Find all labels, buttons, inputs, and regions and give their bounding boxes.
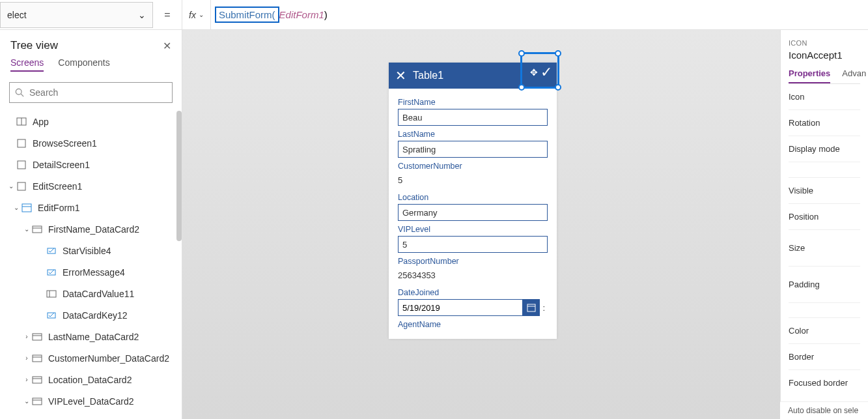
- field-label: PassportNumber: [398, 257, 548, 266]
- tree-item-browse[interactable]: BrowseScreen1: [0, 132, 182, 154]
- canvas-area[interactable]: ✕ Table1 ✓ ✥ FirstName Beau LastName Spr…: [182, 30, 780, 419]
- svg-rect-18: [33, 355, 42, 362]
- prop-row-color[interactable]: Color: [789, 318, 860, 344]
- tab-screens[interactable]: Screens: [10, 57, 44, 72]
- prop-row-icon[interactable]: Icon: [789, 84, 860, 110]
- prop-footer[interactable]: Auto disable on sele: [780, 401, 868, 419]
- property-dropdown[interactable]: elect ⌄: [0, 2, 153, 28]
- prop-row-border[interactable]: Border: [789, 344, 860, 370]
- tab-components[interactable]: Components: [58, 57, 109, 72]
- prop-category: ICON: [789, 39, 860, 47]
- svg-rect-9: [33, 226, 42, 233]
- chevron-down-icon: ⌄: [12, 204, 21, 211]
- equals-sign: =: [153, 9, 182, 21]
- tab-properties[interactable]: Properties: [789, 68, 830, 83]
- vip-input[interactable]: 5: [398, 236, 548, 253]
- field-label: FirstName: [398, 98, 548, 107]
- formula-argument: EditForm1: [279, 9, 324, 20]
- location-input[interactable]: Germany: [398, 204, 548, 221]
- resize-handle[interactable]: [518, 84, 525, 91]
- tree-label: ErrorMessage4: [63, 267, 125, 278]
- chevron-right-icon: ›: [22, 333, 31, 340]
- tree-item-fncard[interactable]: ⌄ FirstName_DataCard2: [0, 218, 182, 240]
- chevron-down-icon: ⌄: [199, 11, 204, 18]
- field-label: CustomerNumber: [398, 162, 548, 171]
- search-icon: [15, 88, 24, 97]
- tree-list: App BrowseScreen1 DetailScreen1 ⌄ EditSc…: [0, 111, 182, 419]
- tree-item-editform[interactable]: ⌄ EditForm1: [0, 197, 182, 218]
- close-icon[interactable]: ✕: [395, 68, 406, 83]
- tree-label: EditForm1: [38, 203, 80, 213]
- tree-label: CustomerNumber_DataCard2: [48, 353, 169, 364]
- resize-handle[interactable]: [518, 50, 525, 57]
- tree-item-app[interactable]: App: [0, 111, 182, 132]
- svg-rect-16: [33, 334, 42, 340]
- tree-item-vipcard[interactable]: ⌄ VIPLevel_DataCard2: [0, 390, 182, 412]
- prop-row-visible[interactable]: Visible: [789, 178, 860, 204]
- datejoined-input[interactable]: 5/19/2019 :: [398, 299, 548, 316]
- tree-item-lncard[interactable]: › LastName_DataCard2: [0, 326, 182, 347]
- tree-label: LastName_DataCard2: [48, 332, 139, 342]
- tree-item-loccard[interactable]: › Location_DataCard2: [0, 369, 182, 390]
- svg-rect-5: [18, 161, 25, 169]
- label-icon: [46, 310, 57, 321]
- tree-item-star[interactable]: StarVisible4: [0, 240, 182, 261]
- field-label: VIPLevel: [398, 225, 548, 234]
- datacard-icon: [31, 353, 43, 364]
- screen-icon: [16, 137, 27, 149]
- custnum-value: 5: [398, 173, 548, 189]
- svg-rect-6: [18, 182, 25, 190]
- prop-row-focused[interactable]: Focused border: [789, 370, 860, 396]
- lastname-input[interactable]: Spratling: [398, 141, 548, 158]
- tree-label: DataCardKey12: [63, 310, 128, 321]
- tree-item-cncard[interactable]: › CustomerNumber_DataCard2: [0, 347, 182, 369]
- icon-accept-selection[interactable]: ✓ ✥: [520, 52, 559, 89]
- tree-label: DataCardValue11: [63, 289, 134, 299]
- scrollbar[interactable]: [176, 111, 182, 241]
- app-icon: [16, 116, 27, 128]
- prop-row-rotation[interactable]: Rotation: [789, 110, 860, 136]
- fx-button[interactable]: fx ⌄: [182, 0, 211, 29]
- svg-rect-7: [22, 204, 31, 212]
- resize-handle[interactable]: [555, 50, 561, 57]
- tree-label: StarVisible4: [63, 246, 111, 256]
- svg-rect-20: [33, 377, 42, 383]
- formula-input[interactable]: SubmitForm( EditForm1 ): [211, 7, 328, 23]
- passport-value: 25634353: [398, 268, 548, 284]
- tree-item-edit[interactable]: ⌄ EditScreen1: [0, 175, 182, 197]
- tree-view-panel: Tree view ✕ Screens Components App Brows…: [0, 30, 182, 419]
- field-label: Location: [398, 193, 548, 202]
- tree-item-dck[interactable]: DataCardKey12: [0, 304, 182, 326]
- svg-point-0: [16, 89, 21, 94]
- svg-rect-13: [47, 291, 56, 297]
- prop-row-size[interactable]: Size: [789, 230, 860, 267]
- prop-row-position[interactable]: Position: [789, 204, 860, 230]
- firstname-input[interactable]: Beau: [398, 109, 548, 126]
- time-sep: :: [540, 303, 548, 313]
- date-value[interactable]: 5/19/2019: [398, 299, 523, 316]
- datacard-icon: [31, 224, 43, 235]
- app-header: ✕ Table1 ✓ ✥: [389, 63, 557, 89]
- prop-row-display[interactable]: Display mode: [789, 136, 860, 162]
- prop-control-name: IconAccept1: [789, 50, 860, 61]
- datacard-icon: [31, 331, 43, 343]
- close-icon[interactable]: ✕: [163, 40, 171, 52]
- svg-rect-24: [527, 304, 535, 311]
- check-icon: ✓: [540, 64, 552, 81]
- search-input[interactable]: [29, 87, 167, 98]
- prop-row-padding[interactable]: Padding: [789, 267, 860, 302]
- resize-handle[interactable]: [555, 84, 561, 91]
- tab-advanced[interactable]: Advan: [842, 68, 866, 83]
- tree-label: BrowseScreen1: [33, 138, 97, 149]
- field-label: LastName: [398, 130, 548, 139]
- move-icon: ✥: [530, 67, 538, 78]
- fx-label: fx: [189, 10, 196, 20]
- tree-item-err[interactable]: ErrorMessage4: [0, 261, 182, 283]
- tree-item-detail[interactable]: DetailScreen1: [0, 154, 182, 175]
- calendar-icon[interactable]: [523, 299, 540, 316]
- formula-close: ): [324, 9, 328, 20]
- tree-label: EditScreen1: [33, 181, 82, 192]
- search-box[interactable]: [9, 82, 173, 103]
- tree-item-dcv[interactable]: DataCardValue11: [0, 283, 182, 304]
- screen-icon: [16, 159, 27, 171]
